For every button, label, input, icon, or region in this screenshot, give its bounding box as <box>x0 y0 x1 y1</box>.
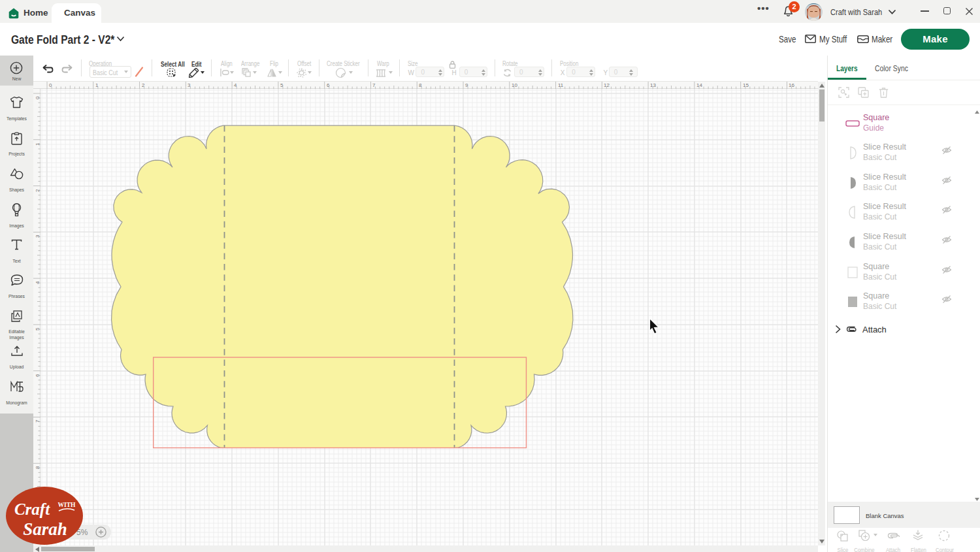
svg-text:WITH: WITH <box>58 502 76 508</box>
svg-text:Sarah: Sarah <box>23 519 67 539</box>
svg-text:Craft: Craft <box>14 500 50 518</box>
